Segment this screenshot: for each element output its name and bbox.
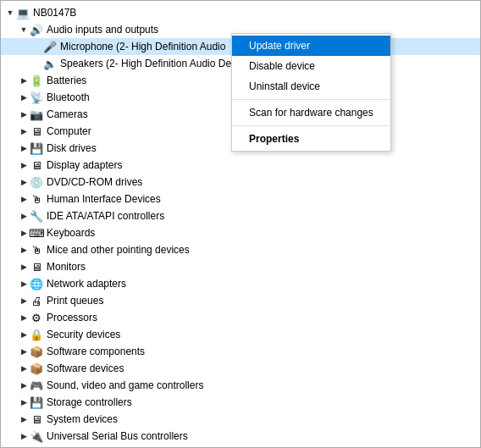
tree-item-display[interactable]: ▶ 🖥 Display adapters [1, 157, 480, 174]
disk-chevron: ▶ [18, 142, 30, 154]
ide-icon: 🔧 [30, 209, 43, 223]
context-menu-disable-device[interactable]: Disable device [232, 56, 390, 76]
keyboards-label: Keyboards [47, 224, 95, 241]
sw-comp-chevron: ▶ [18, 346, 30, 357]
display-chevron: ▶ [18, 159, 30, 171]
device-manager-window: ▼ 💻 NB0147B ▼ 🔊 Audio inputs and outputs… [0, 0, 481, 448]
root-chevron: ▼ [4, 7, 16, 19]
mice-chevron: ▶ [18, 244, 30, 256]
display-label: Display adapters [47, 157, 122, 174]
print-icon: 🖨 [30, 294, 43, 307]
computer-label: Computer [47, 123, 91, 140]
batteries-chevron: ▶ [18, 75, 30, 86]
sw-comp-icon: 📦 [30, 345, 43, 358]
tree-item-network[interactable]: ▶ 🌐 Network adapters [1, 275, 480, 292]
security-icon: 🔒 [30, 328, 43, 341]
hid-chevron: ▶ [18, 193, 30, 205]
security-label: Security devices [47, 326, 120, 343]
dvd-chevron: ▶ [18, 176, 30, 188]
cameras-icon: 📷 [30, 108, 43, 121]
display-icon: 🖥 [30, 158, 43, 172]
disk-icon: 💾 [30, 141, 43, 155]
hid-icon: 🖱 [30, 192, 43, 206]
mice-label: Mice and other pointing devices [47, 241, 190, 258]
tree-item-storage[interactable]: ▶ 💾 Storage controllers [1, 394, 480, 411]
mice-icon: 🖱 [30, 243, 43, 257]
tree-item-processors[interactable]: ▶ ⚙ Processors [1, 309, 480, 326]
keyboards-icon: ⌨ [30, 226, 43, 240]
print-label: Print queues [47, 292, 103, 309]
context-menu-separator-2 [232, 125, 390, 126]
sw-dev-label: Software devices [47, 360, 124, 377]
root-label: NB0147B [33, 4, 76, 21]
bluetooth-chevron: ▶ [18, 91, 30, 103]
speakers-icon: 🔈 [43, 57, 57, 70]
tree-item-sound[interactable]: ▶ 🎮 Sound, video and game controllers [1, 377, 480, 394]
processors-label: Processors [47, 309, 97, 326]
audio-label: Audio inputs and outputs [47, 21, 158, 38]
batteries-icon: 🔋 [30, 74, 43, 87]
usb-chevron: ▶ [18, 430, 30, 442]
sound-label: Sound, video and game controllers [47, 377, 203, 394]
mic-label: Microphone (2- High Definition Audio [60, 38, 225, 55]
batteries-label: Batteries [47, 72, 86, 89]
usb-icon: 🔌 [30, 429, 43, 443]
ide-chevron: ▶ [18, 210, 30, 222]
bluetooth-icon: 📡 [30, 91, 43, 104]
tree-item-keyboards[interactable]: ▶ ⌨ Keyboards [1, 224, 480, 241]
tree-item-mice[interactable]: ▶ 🖱 Mice and other pointing devices [1, 241, 480, 258]
tree-item-software-devices[interactable]: ▶ 📦 Software devices [1, 360, 480, 377]
context-menu: Update driver Disable device Uninstall d… [231, 33, 391, 152]
tree-item-ide[interactable]: ▶ 🔧 IDE ATA/ATAPI controllers [1, 207, 480, 224]
root-icon: 💻 [16, 6, 30, 19]
network-chevron: ▶ [18, 278, 30, 290]
tree-item-print[interactable]: ▶ 🖨 Print queues [1, 292, 480, 309]
cameras-chevron: ▶ [18, 108, 30, 120]
context-menu-scan-hardware[interactable]: Scan for hardware changes [232, 102, 390, 123]
usb-label: Universal Serial Bus controllers [47, 428, 188, 445]
audio-icon: 🔊 [30, 23, 43, 36]
tree-item-usb[interactable]: ▶ 🔌 Universal Serial Bus controllers [1, 428, 480, 445]
disk-label: Disk drives [47, 140, 97, 157]
tree-item-system[interactable]: ▶ 🖥 System devices [1, 411, 480, 428]
monitors-icon: 🖥 [30, 260, 43, 274]
context-menu-properties[interactable]: Properties [232, 129, 390, 149]
system-label: System devices [47, 411, 118, 428]
print-chevron: ▶ [18, 295, 30, 307]
tree-item-security[interactable]: ▶ 🔒 Security devices [1, 326, 480, 343]
speakers-label: Speakers (2- High Definition Audio Dev..… [60, 55, 244, 72]
system-icon: 🖥 [30, 412, 43, 426]
audio-chevron: ▼ [18, 24, 30, 36]
network-icon: 🌐 [30, 277, 43, 290]
storage-label: Storage controllers [47, 394, 132, 411]
dvd-label: DVD/CD-ROM drives [47, 174, 142, 191]
security-chevron: ▶ [18, 329, 30, 340]
network-label: Network adapters [47, 275, 126, 292]
monitors-chevron: ▶ [18, 261, 30, 273]
sound-chevron: ▶ [18, 379, 30, 391]
ide-label: IDE ATA/ATAPI controllers [47, 207, 164, 224]
context-menu-update-driver[interactable]: Update driver [232, 36, 390, 56]
cameras-label: Cameras [47, 106, 88, 123]
processors-icon: ⚙ [30, 311, 43, 324]
hid-label: Human Interface Devices [47, 191, 161, 207]
context-menu-uninstall-device[interactable]: Uninstall device [232, 76, 390, 97]
dvd-icon: 💿 [30, 175, 43, 189]
tree-root[interactable]: ▼ 💻 NB0147B [1, 4, 480, 21]
mic-chevron: ▶ [31, 41, 43, 53]
storage-chevron: ▶ [18, 396, 30, 408]
tree-item-hid[interactable]: ▶ 🖱 Human Interface Devices [1, 191, 480, 207]
bluetooth-label: Bluetooth [47, 89, 90, 106]
system-chevron: ▶ [18, 413, 30, 425]
sound-icon: 🎮 [30, 379, 43, 392]
monitors-label: Monitors [47, 258, 86, 275]
tree-item-software-components[interactable]: ▶ 📦 Software components [1, 343, 480, 360]
context-menu-separator-1 [232, 99, 390, 100]
sw-comp-label: Software components [47, 343, 145, 360]
mic-icon: 🎤 [43, 40, 57, 53]
tree-item-monitors[interactable]: ▶ 🖥 Monitors [1, 258, 480, 275]
processors-chevron: ▶ [18, 312, 30, 324]
speakers-chevron: ▶ [31, 58, 43, 69]
tree-item-dvd[interactable]: ▶ 💿 DVD/CD-ROM drives [1, 174, 480, 191]
sw-dev-icon: 📦 [30, 362, 43, 375]
